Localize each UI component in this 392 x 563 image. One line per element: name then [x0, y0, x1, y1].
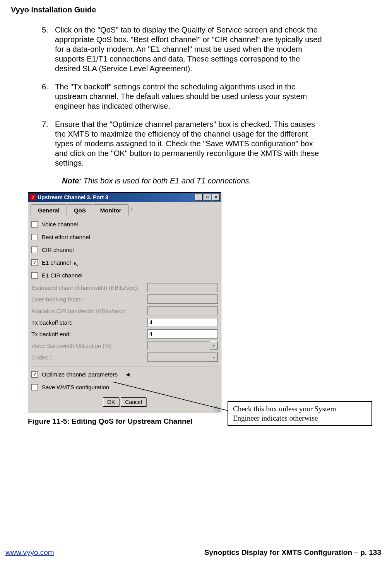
- checkbox-label: E1 channel: [42, 259, 71, 266]
- text-input: [147, 283, 218, 292]
- dropdown-input: ▾: [147, 341, 218, 350]
- cancel-button[interactable]: Cancel: [121, 397, 146, 407]
- tab-label: Monitor: [100, 207, 122, 214]
- list-item: 6. The "Tx backoff" settings control the…: [42, 82, 327, 111]
- resize-grip-icon[interactable]: [214, 406, 220, 412]
- cursor-icon: ↖: [73, 260, 79, 269]
- note-text: : This box is used for both E1 and T1 co…: [79, 176, 251, 185]
- tab-label: QoS: [74, 207, 86, 214]
- callout-text: Engineer indicates otherwise: [233, 414, 367, 423]
- list-item: 7. Ensure that the "Optimize channel par…: [42, 120, 327, 168]
- tabs-row: General\ QoS\ Monitor\: [28, 202, 221, 216]
- checkbox-row-cir[interactable]: CIR channel: [31, 243, 218, 256]
- checkbox-icon[interactable]: [31, 221, 38, 228]
- list-item: 5. Click on the "QoS" tab to display the…: [42, 25, 327, 74]
- separator: [31, 366, 218, 366]
- field-label: Available CIR bandwidth (KBits/sec):: [31, 308, 147, 314]
- text-input[interactable]: 4: [147, 329, 218, 339]
- field-label: Over-booking factor:: [31, 296, 147, 303]
- window-title: Upstream Channel 3. Port 3: [38, 194, 108, 200]
- titlebar[interactable]: 7 Upstream Channel 3. Port 3 _ □ ×: [28, 193, 221, 202]
- checkbox-label: E1 CIR channel: [42, 272, 82, 279]
- note-label: Note: [62, 176, 79, 185]
- checkbox-row-optimize[interactable]: ✓ Optimize channel parameters ◄: [31, 368, 218, 381]
- dropdown-input: ▾: [147, 353, 218, 362]
- tab-general[interactable]: General\: [31, 204, 67, 216]
- field-available-cir: Available CIR bandwidth (KBits/sec):: [31, 305, 218, 317]
- note-line: Note: This box is used for both E1 and T…: [11, 176, 381, 185]
- field-estimated-bandwidth: Estimated channel bandwidth (KBits/sec):: [31, 282, 218, 293]
- footer-url[interactable]: www.vyyo.com: [5, 548, 54, 557]
- field-voice-utilization: Voice Bandwidth Utilization (%) : ▾: [31, 340, 218, 351]
- footer-page-info: Synoptics Display for XMTS Configuration…: [204, 548, 381, 557]
- maximize-icon[interactable]: □: [204, 194, 211, 201]
- text-input: [147, 306, 218, 315]
- callout-box: Check this box unless your System Engine…: [228, 401, 372, 426]
- field-overbooking: Over-booking factor:: [31, 293, 218, 305]
- field-label: Voice Bandwidth Utilization (%) :: [31, 342, 147, 349]
- checkbox-icon[interactable]: [31, 234, 38, 240]
- field-label: Estimated channel bandwidth (KBits/sec):: [31, 284, 147, 291]
- checkbox-label: Best effort channel: [42, 234, 90, 240]
- tab-label: General: [38, 207, 60, 214]
- list-number: 5.: [42, 25, 55, 74]
- field-label: Tx backoff start:: [31, 319, 147, 326]
- app-icon: 7: [30, 194, 36, 200]
- text-input: [147, 294, 218, 304]
- instruction-list: 5. Click on the "QoS" tab to display the…: [11, 25, 381, 168]
- chevron-down-icon: ▾: [210, 353, 217, 361]
- callout-text: Check this box unless your System: [233, 404, 367, 414]
- close-icon[interactable]: ×: [212, 194, 220, 201]
- checkbox-row-voice[interactable]: Voice channel: [31, 218, 218, 231]
- checkbox-icon[interactable]: [31, 246, 38, 253]
- checkbox-row-e1-cir[interactable]: E1 CIR channel: [31, 269, 218, 282]
- minimize-icon[interactable]: _: [195, 194, 203, 201]
- field-label: Tx backoff end:: [31, 331, 147, 337]
- checkbox-icon[interactable]: ✓: [31, 371, 38, 378]
- text-input[interactable]: 4: [147, 318, 218, 327]
- field-tx-backoff-end: Tx backoff end: 4: [31, 328, 218, 340]
- list-text: Ensure that the "Optimize channel parame…: [55, 120, 327, 168]
- checkbox-label: Save WMTS configuration: [42, 384, 109, 390]
- field-label: Codec :: [31, 354, 147, 361]
- list-text: Click on the "QoS" tab to display the Qu…: [55, 25, 327, 74]
- checkbox-label: Optimize channel parameters: [42, 371, 118, 378]
- page-header: Vyyo Installation Guide: [11, 5, 381, 14]
- list-number: 7.: [42, 120, 55, 168]
- tab-monitor[interactable]: Monitor\: [93, 204, 129, 216]
- checkbox-icon[interactable]: [31, 384, 38, 390]
- checkbox-label: Voice channel: [42, 221, 78, 228]
- checkbox-label: CIR channel: [42, 246, 74, 253]
- dialog-window: 7 Upstream Channel 3. Port 3 _ □ × Gener…: [28, 192, 221, 413]
- checkbox-icon[interactable]: ✓: [31, 259, 38, 266]
- checkbox-row-save[interactable]: Save WMTS configuration: [31, 381, 218, 394]
- ok-button[interactable]: OK: [103, 397, 119, 407]
- chevron-down-icon: ▾: [210, 341, 217, 350]
- checkbox-icon[interactable]: [31, 272, 38, 279]
- tab-qos[interactable]: QoS\: [67, 204, 93, 216]
- arrowhead-icon: ◄: [125, 371, 131, 378]
- list-number: 6.: [42, 82, 55, 111]
- field-tx-backoff-start: Tx backoff start: 4: [31, 317, 218, 328]
- field-codec: Codec : ▾: [31, 351, 218, 363]
- checkbox-row-best-effort[interactable]: Best effort channel: [31, 231, 218, 243]
- checkbox-row-e1[interactable]: ✓ E1 channel ↖: [31, 256, 218, 269]
- list-text: The "Tx backoff" settings control the sc…: [55, 82, 327, 111]
